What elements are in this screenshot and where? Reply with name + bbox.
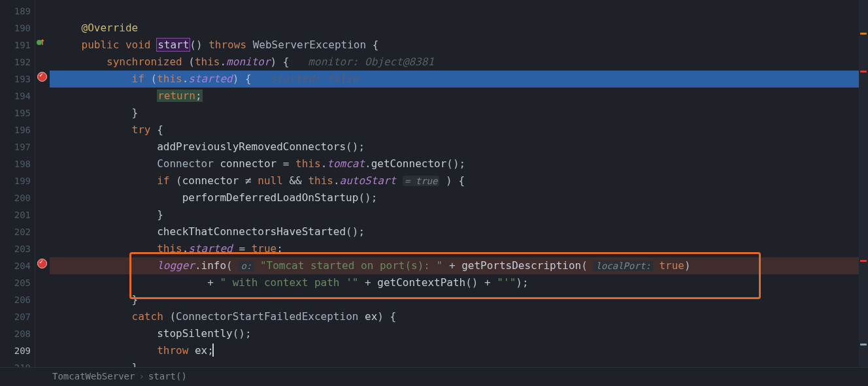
code-line[interactable]: this.started = true;: [50, 240, 868, 257]
gutter-slot[interactable]: [35, 0, 50, 17]
line-number[interactable]: 207: [0, 308, 31, 325]
code-editor[interactable]: 1891901911921931941951961971981992002012…: [0, 0, 868, 367]
gutter-slot[interactable]: [35, 272, 50, 289]
line-number[interactable]: 195: [0, 105, 31, 121]
inlay-hint: = true: [403, 176, 440, 186]
code-line[interactable]: synchronized (this.monitor) { monitor: O…: [50, 54, 868, 71]
breadcrumb-item[interactable]: TomcatWebServer: [52, 371, 135, 381]
gutter-slot[interactable]: [35, 85, 50, 102]
gutter-slot[interactable]: [35, 170, 50, 187]
code-line[interactable]: [50, 3, 868, 20]
line-number[interactable]: 201: [0, 206, 31, 223]
gutter-slot[interactable]: [35, 204, 50, 221]
code-line[interactable]: if (connector ≠ null && this.autoStart =…: [50, 172, 868, 189]
code-line[interactable]: return;: [50, 88, 868, 105]
code-line[interactable]: Connector connector = this.tomcat.getCon…: [50, 155, 868, 172]
annotation: @Override: [82, 22, 139, 34]
line-number[interactable]: 210: [0, 359, 31, 367]
line-number[interactable]: 193: [0, 71, 31, 88]
line-number[interactable]: 192: [0, 54, 31, 71]
line-number[interactable]: 194: [0, 88, 31, 105]
gutter-slot[interactable]: [35, 357, 50, 367]
gutter-slot[interactable]: [35, 289, 50, 306]
inlay-hint: started: false: [271, 72, 359, 85]
gutter-slot[interactable]: [35, 51, 50, 68]
gutter-slot[interactable]: [35, 153, 50, 170]
breadcrumb[interactable]: TomcatWebServer›start(): [0, 367, 868, 385]
code-line[interactable]: + " with context path '" + getContextPat…: [50, 274, 868, 291]
inlay-hint: localPort:: [593, 261, 652, 271]
line-number[interactable]: 206: [0, 291, 31, 308]
code-line[interactable]: }: [50, 291, 868, 308]
gutter-slot[interactable]: [35, 136, 50, 153]
line-number[interactable]: 204: [0, 257, 31, 274]
gutter-slot[interactable]: [35, 238, 50, 255]
gutter-slot[interactable]: [35, 255, 50, 272]
code-line[interactable]: catch (ConnectorStartFailedException ex)…: [50, 308, 868, 325]
line-number[interactable]: 205: [0, 274, 31, 291]
line-number[interactable]: 191: [0, 37, 31, 54]
gutter-slot[interactable]: [35, 119, 50, 136]
gutter-slot[interactable]: [35, 68, 50, 85]
code-line[interactable]: }: [50, 359, 868, 367]
gutter-slot[interactable]: [35, 340, 50, 357]
gutter-slot[interactable]: [35, 221, 50, 238]
method-name[interactable]: start: [157, 39, 190, 51]
code-line[interactable]: addPreviouslyRemovedConnectors();: [50, 138, 868, 155]
gutter-slot[interactable]: [35, 102, 50, 119]
line-number[interactable]: 197: [0, 138, 31, 155]
code-line-highlighted[interactable]: if (this.started) { started: false: [50, 71, 868, 88]
line-number[interactable]: 189: [0, 3, 31, 20]
marker-column[interactable]: [35, 0, 50, 367]
chevron-right-icon: ›: [135, 371, 148, 381]
inlay-hint: o:: [239, 261, 254, 271]
code-line[interactable]: public void start() throws WebServerExce…: [50, 37, 868, 54]
line-number[interactable]: 203: [0, 240, 31, 257]
line-number[interactable]: 190: [0, 20, 31, 37]
gutter-slot[interactable]: [35, 17, 50, 34]
line-gutter: 1891901911921931941951961971981992002012…: [0, 0, 35, 367]
code-line[interactable]: }: [50, 105, 868, 121]
breakpoint-icon[interactable]: [37, 72, 47, 82]
line-number[interactable]: 198: [0, 155, 31, 172]
overview-ruler[interactable]: [859, 0, 868, 367]
text-caret: [212, 344, 214, 357]
code-line[interactable]: stopSilently();: [50, 325, 868, 342]
gutter-slot[interactable]: [35, 34, 50, 51]
gutter-slot[interactable]: [35, 323, 50, 340]
code-line[interactable]: try {: [50, 121, 868, 138]
line-number[interactable]: 200: [0, 189, 31, 206]
line-number[interactable]: 196: [0, 121, 31, 138]
gutter-slot[interactable]: [35, 187, 50, 204]
line-number[interactable]: 199: [0, 172, 31, 189]
line-number[interactable]: 209: [0, 342, 31, 359]
code-line[interactable]: performDeferredLoadOnStartup();: [50, 189, 868, 206]
code-line[interactable]: throw ex;: [50, 342, 868, 359]
code-line-breakpoint[interactable]: logger.info( o: "Tomcat started on port(…: [50, 257, 868, 274]
gutter-slot[interactable]: [35, 306, 50, 323]
code-line[interactable]: }: [50, 206, 868, 223]
line-number[interactable]: 208: [0, 325, 31, 342]
line-number[interactable]: 202: [0, 223, 31, 240]
code-line[interactable]: @Override: [50, 20, 868, 37]
override-icon[interactable]: [36, 38, 45, 47]
code-line[interactable]: checkThatConnectorsHaveStarted();: [50, 223, 868, 240]
inlay-hint: monitor: Object@8381: [308, 56, 434, 68]
breakpoint-icon[interactable]: [37, 259, 47, 268]
code-area[interactable]: @Override public void start() throws Web…: [50, 0, 868, 367]
breadcrumb-item[interactable]: start(): [148, 371, 187, 381]
